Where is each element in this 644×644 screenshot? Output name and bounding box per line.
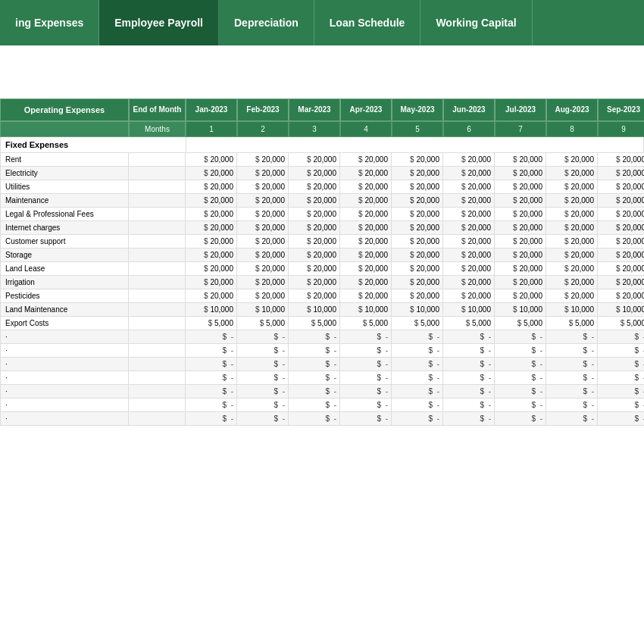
- money-cell: $ 20,000: [186, 262, 237, 276]
- money-cell: $ 10,000: [495, 303, 546, 317]
- row-eom: [129, 194, 186, 208]
- money-cell: $ 20,000: [546, 194, 598, 208]
- money-cell: $ 20,000: [237, 167, 289, 180]
- row-eom: [129, 180, 186, 194]
- header-operating-expenses: Operating Expenses: [0, 98, 129, 121]
- header-sep-2023: Sep-2023: [598, 98, 644, 121]
- fixed-expenses-label: Fixed Expenses: [1, 137, 186, 152]
- row-eom: [129, 262, 186, 276]
- money-cell: $ 20,000: [495, 180, 546, 194]
- table-row: Legal & Professional Fees$ 20,000$ 20,00…: [0, 208, 644, 221]
- money-cell: $ 20,000: [443, 194, 495, 208]
- money-cell: $ 20,000: [546, 167, 598, 180]
- table-row: Electricity$ 20,000$ 20,000$ 20,000$ 20,…: [0, 167, 644, 180]
- money-cell: $ -: [443, 399, 495, 412]
- subheader-num-9: 9: [598, 121, 644, 137]
- money-cell: $ 20,000: [289, 153, 340, 167]
- table-row: ·$ -$ -$ -$ -$ -$ -$ -$ -$ -: [0, 371, 644, 385]
- table-row: Land Lease$ 20,000$ 20,000$ 20,000$ 20,0…: [0, 262, 644, 276]
- row-eom: [129, 167, 186, 180]
- header-row: Operating Expenses End of Month Jan-2023…: [0, 98, 644, 121]
- money-cell: $ -: [237, 371, 289, 385]
- money-cell: $ -: [186, 330, 237, 344]
- tab-working-capital[interactable]: Working Capital: [420, 0, 532, 45]
- row-eom: [129, 330, 186, 344]
- money-cell: $ 10,000: [598, 303, 644, 317]
- money-cell: $ 20,000: [546, 235, 598, 249]
- money-cell: $ 20,000: [186, 235, 237, 249]
- money-cell: $ 20,000: [392, 262, 443, 276]
- money-cell: $ 20,000: [546, 289, 598, 303]
- money-cell: $ 20,000: [495, 221, 546, 235]
- tab-operating-expenses[interactable]: ing Expenses: [0, 0, 99, 45]
- money-cell: $ 20,000: [392, 167, 443, 180]
- money-cell: $ 10,000: [237, 303, 289, 317]
- money-cell: $ -: [237, 412, 289, 426]
- money-cell: $ 20,000: [289, 180, 340, 194]
- money-cell: $ 20,000: [443, 235, 495, 249]
- money-cell: $ 20,000: [237, 153, 289, 167]
- subheader-num-8: 8: [546, 121, 598, 137]
- money-cell: $ 20,000: [443, 153, 495, 167]
- money-cell: $ -: [186, 385, 237, 399]
- money-cell: $ -: [598, 385, 644, 399]
- money-cell: $ 20,000: [598, 289, 644, 303]
- subheader-num-6: 6: [443, 121, 495, 137]
- row-label: Customer support: [0, 235, 129, 249]
- row-eom: [129, 385, 186, 399]
- money-cell: $ -: [443, 371, 495, 385]
- money-cell: $ 20,000: [495, 153, 546, 167]
- money-cell: $ -: [392, 399, 443, 412]
- money-cell: $ 20,000: [598, 208, 644, 221]
- money-cell: $ -: [340, 385, 392, 399]
- money-cell: $ 20,000: [443, 249, 495, 262]
- money-cell: $ 20,000: [340, 167, 392, 180]
- data-rows-container: Rent$ 20,000$ 20,000$ 20,000$ 20,000$ 20…: [0, 153, 644, 426]
- money-cell: $ 20,000: [186, 208, 237, 221]
- row-label: Export Costs: [0, 317, 129, 330]
- money-cell: $ 20,000: [392, 289, 443, 303]
- row-eom: [129, 153, 186, 167]
- tab-employee-payroll[interactable]: Employee Payroll: [99, 0, 219, 45]
- money-cell: $ 20,000: [289, 235, 340, 249]
- money-cell: $ 20,000: [186, 249, 237, 262]
- money-cell: $ -: [237, 330, 289, 344]
- money-cell: $ 20,000: [186, 194, 237, 208]
- money-cell: $ 20,000: [392, 180, 443, 194]
- money-cell: $ -: [443, 344, 495, 358]
- money-cell: $ 20,000: [186, 289, 237, 303]
- row-label: Irrigation: [0, 276, 129, 289]
- money-cell: $ -: [340, 344, 392, 358]
- header-end-of-month: End of Month: [129, 98, 186, 121]
- header-aug-2023: Aug-2023: [546, 98, 598, 121]
- money-cell: $ -: [186, 399, 237, 412]
- money-cell: $ 20,000: [392, 221, 443, 235]
- tab-loan-schedule[interactable]: Loan Schedule: [314, 0, 421, 45]
- subheader-label: [0, 121, 129, 137]
- table-row: Pesticides$ 20,000$ 20,000$ 20,000$ 20,0…: [0, 289, 644, 303]
- money-cell: $ 5,000: [443, 317, 495, 330]
- money-cell: $ 20,000: [237, 276, 289, 289]
- money-cell: $ -: [289, 399, 340, 412]
- row-eom: [129, 249, 186, 262]
- subheader-months: Months: [129, 121, 186, 137]
- spacer: [0, 45, 644, 98]
- money-cell: $ -: [289, 412, 340, 426]
- money-cell: $ -: [443, 330, 495, 344]
- table-row: ·$ -$ -$ -$ -$ -$ -$ -$ -$ -: [0, 344, 644, 358]
- money-cell: $ -: [340, 412, 392, 426]
- money-cell: $ 20,000: [443, 262, 495, 276]
- tab-depreciation[interactable]: Depreciation: [219, 0, 314, 45]
- money-cell: $ -: [289, 344, 340, 358]
- money-cell: $ 20,000: [340, 262, 392, 276]
- money-cell: $ -: [546, 344, 598, 358]
- money-cell: $ -: [340, 399, 392, 412]
- money-cell: $ 20,000: [495, 167, 546, 180]
- money-cell: $ 20,000: [392, 194, 443, 208]
- money-cell: $ -: [443, 412, 495, 426]
- money-cell: $ -: [237, 385, 289, 399]
- money-cell: $ 5,000: [237, 317, 289, 330]
- money-cell: $ -: [598, 412, 644, 426]
- money-cell: $ -: [495, 330, 546, 344]
- money-cell: $ 20,000: [340, 194, 392, 208]
